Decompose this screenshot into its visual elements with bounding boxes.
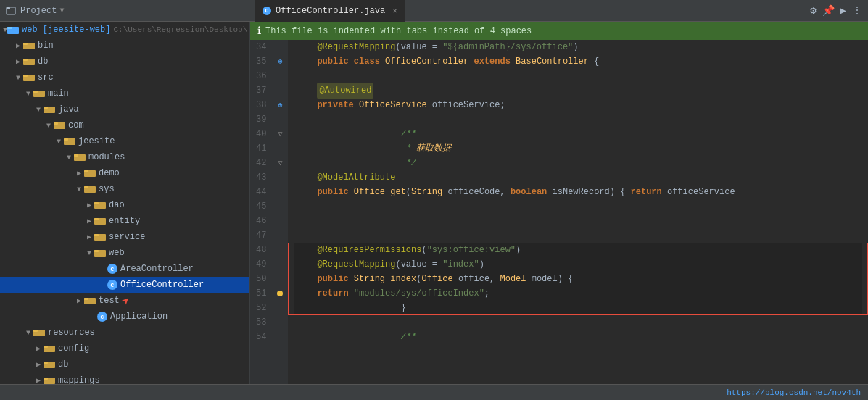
gutter-cell: ⊕ (272, 98, 288, 112)
code-line: */ (294, 156, 862, 170)
tree-item-application[interactable]: C Application (0, 309, 249, 325)
code-line: @RequestMapping(value = "${adminPath}/sy… (294, 40, 862, 54)
token-str: "modules/sys/officeIndex" (354, 286, 484, 301)
code-line: /** (294, 127, 862, 141)
toolbar-icons: ⚙ 📌 ▶ ⋮ (810, 4, 862, 17)
pin-icon[interactable]: 📌 (822, 4, 835, 17)
folder-main-icon (33, 89, 45, 98)
blog-url[interactable]: https://blog.csdn.net/nov4th (727, 388, 861, 397)
editor-panel: ℹ This file is indented with tabs instea… (250, 22, 868, 384)
svg-rect-39 (44, 362, 48, 364)
folder-web-icon (94, 249, 106, 257)
token-comment-chinese: 获取数据 (416, 141, 451, 156)
tree-item-test[interactable]: test ➤ (0, 293, 249, 309)
token-str: "${adminPath}/sys/office" (442, 40, 573, 54)
tree-item-resources[interactable]: resources (0, 325, 249, 341)
token-plain: ( (416, 272, 421, 286)
tree-item-java[interactable]: java (0, 101, 249, 117)
test-label: test (99, 296, 120, 306)
gutter-cell (272, 243, 288, 257)
svg-rect-35 (33, 330, 38, 332)
token-type-name: OfficeService (359, 98, 427, 112)
code-line: return "modules/sys/officeIndex"; (294, 286, 862, 301)
arrow-test (74, 296, 84, 305)
svg-rect-13 (44, 107, 48, 109)
token-plain: officeCode, (442, 185, 511, 199)
arrow-main (23, 90, 33, 98)
application-icon: C (97, 312, 107, 322)
gutter-overide-icon: ⊕ (278, 101, 282, 109)
gutter-dot (277, 291, 283, 296)
svg-rect-9 (23, 75, 28, 77)
arrow-demo (74, 169, 84, 178)
token-ann: @RequestMapping (317, 40, 395, 54)
gutter-cell (272, 40, 288, 54)
token-type-name: String (411, 185, 442, 199)
info-message: This file is indented with tabs instead … (265, 26, 532, 36)
tree-item-web-folder[interactable]: web (0, 245, 249, 261)
code-line (294, 199, 862, 214)
tree-item-office-controller[interactable]: C OfficeController (0, 277, 249, 293)
run-icon[interactable]: ▶ (840, 4, 846, 17)
tree-item-area-controller[interactable]: C AreaController (0, 261, 249, 277)
arrow-bin (13, 41, 23, 50)
tree-item-src[interactable]: src (0, 70, 249, 86)
token-kw: return (317, 286, 348, 301)
office-controller-icon: C (107, 280, 117, 290)
token-ann: @RequiresPermissions (317, 243, 421, 257)
top-bar: Project ▼ C OfficeController.java ✕ ⚙ 📌 … (0, 0, 868, 22)
token-plain: ( (421, 243, 426, 257)
code-line: } (294, 301, 862, 315)
tree-item-dao[interactable]: dao (0, 197, 249, 213)
token-comment: /** (317, 330, 416, 344)
db2-label: db (58, 359, 68, 370)
active-tab[interactable]: C OfficeController.java ✕ (255, 0, 405, 22)
tree-item-main[interactable]: main (0, 86, 249, 101)
tree-item-jeesite[interactable]: jeesite (0, 133, 249, 149)
code-line: public String index(Office office, Model… (294, 272, 862, 286)
tree-item-service[interactable]: service (0, 229, 249, 245)
token-plain: isNewRecord) { (547, 185, 630, 199)
tree-item-db[interactable]: db (0, 54, 249, 70)
line-number: 43 (256, 170, 266, 185)
project-label: Project ▼ (6, 6, 64, 16)
project-folder-icon (7, 25, 19, 35)
token-kw: extends (474, 54, 510, 69)
token-plain: model) { (526, 272, 574, 286)
tree-item-com[interactable]: com (0, 117, 249, 133)
gutter-cell (272, 69, 288, 83)
line-number: 44 (256, 185, 266, 199)
tab-close-icon[interactable]: ✕ (392, 6, 397, 15)
token-plain (349, 54, 354, 69)
token-str: "index" (442, 257, 479, 272)
arrow-entity (84, 217, 94, 225)
gutter-cell (272, 272, 288, 286)
entity-label: entity (109, 216, 140, 226)
gutter-cell (272, 199, 288, 214)
tree-item-mappings[interactable]: mappings (0, 372, 249, 384)
svg-rect-11 (33, 91, 38, 93)
more-icon[interactable]: ⋮ (852, 4, 862, 17)
tree-item-db2[interactable]: db (0, 357, 249, 372)
sys-label: sys (99, 184, 115, 194)
line-number: 36 (256, 69, 266, 83)
jeesite-label: jeesite (78, 136, 115, 146)
office-controller-label: OfficeController (120, 280, 204, 290)
tree-item-demo[interactable]: demo (0, 165, 249, 181)
tree-item-entity[interactable]: entity (0, 213, 249, 229)
code-area[interactable]: 3435363738394041424344454647484950515253… (250, 40, 868, 384)
tree-item-sys[interactable]: sys (0, 181, 249, 197)
code-content[interactable]: @RequestMapping(value = "${adminPath}/sy… (288, 40, 868, 384)
tree-item-modules[interactable]: modules (0, 149, 249, 165)
token-plain: ; (484, 286, 489, 301)
token-plain: office, (453, 272, 500, 286)
token-type-name: Office (421, 272, 452, 286)
tree-item-config[interactable]: config (0, 341, 249, 357)
project-title: Project (20, 6, 57, 16)
token-kw: public (317, 272, 348, 286)
tree-item-bin[interactable]: bin (0, 38, 249, 54)
tree-item-web[interactable]: web [jeesite-web] C:\Users\Regression\De… (0, 22, 249, 38)
settings-icon[interactable]: ⚙ (810, 4, 816, 17)
line-number: 46 (256, 214, 266, 228)
red-arrow-icon: ➤ (118, 292, 135, 309)
